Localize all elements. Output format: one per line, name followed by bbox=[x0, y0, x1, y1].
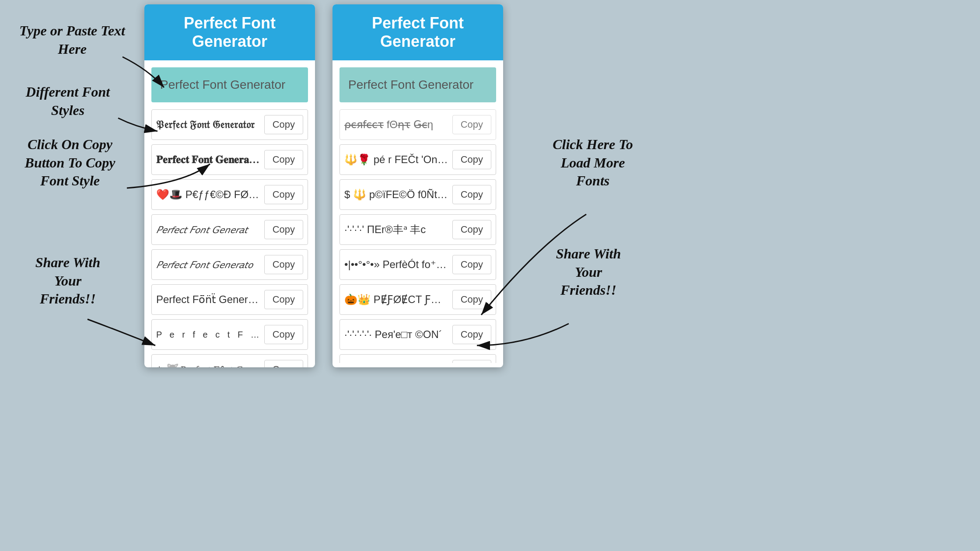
font-row-5: 𝘗𝘦𝘳𝘧𝘦𝘤𝘵 𝘍𝘰𝘯𝘵 𝘎𝘦𝘯𝘦𝘳𝘢𝘵𝘰 Copy bbox=[151, 249, 308, 280]
right-font-text-6: ·'·'·'·'·'· Pея'e□т ©ON´ bbox=[344, 328, 449, 341]
font-row-7: P e r f e c t F o n t Copy bbox=[151, 319, 308, 350]
copy-btn-1[interactable]: Copy bbox=[264, 115, 303, 134]
right-font-text-1: 🔱🌹 pé r FEČt 'Ont gEN bbox=[344, 153, 449, 166]
font-text-5: 𝘗𝘦𝘳𝘧𝘦𝘤𝘵 𝘍𝘰𝘯𝘵 𝘎𝘦𝘯𝘦𝘳𝘢𝘵𝘰 bbox=[156, 259, 261, 271]
font-text-8: * 🐺 Perfect Fônt Ger bbox=[156, 363, 261, 367]
right-copy-btn-7[interactable]: Copy bbox=[452, 360, 491, 363]
font-row-2: 𝐏𝐞𝐫𝐟𝐞𝐜𝐭 𝐅𝐨𝐧𝐭 𝐆𝐞𝐧𝐞𝐫𝐚𝐭𝐨𝐫 Copy bbox=[151, 144, 308, 175]
font-row-8: * 🐺 Perfect Fônt Ger Copy bbox=[151, 354, 308, 367]
right-copy-btn-2[interactable]: Copy bbox=[452, 185, 491, 204]
right-font-row-5: 🎃👑 PɆƑØɆCT ƑÕÑT g Copy bbox=[340, 284, 496, 315]
copy-btn-7[interactable]: Copy bbox=[264, 325, 303, 344]
text-input-right[interactable] bbox=[340, 67, 496, 102]
right-font-text-3: ·'·'·'·' ΠΕr®丰ᵃ 丰c bbox=[344, 223, 449, 237]
right-font-row-3: ·'·'·'·' ΠΕr®丰ᵃ 丰c Copy bbox=[340, 214, 496, 245]
right-font-text-2: $ 🔱 p©ïFE©Ö f0Ñt ¿尽| bbox=[344, 188, 449, 202]
right-font-row-6: ·'·'·'·'·'· Pея'e□т ©ON´ Copy bbox=[340, 319, 496, 350]
left-font-list: 𝔓𝔢𝔯𝔣𝔢𝔠𝔱 𝔉𝔬𝔫𝔱 𝔊𝔢𝔫𝔢𝔯𝔞𝔱𝔬𝔯 Copy 𝐏𝐞𝐫𝐟𝐞𝐜𝐭 𝐅𝐨𝐧𝐭… bbox=[144, 109, 315, 367]
annotation-share-right: Share WithYourFriends!! bbox=[529, 245, 648, 300]
annotation-share-left: Share WithYourFriends!! bbox=[13, 254, 122, 308]
copy-btn-2[interactable]: Copy bbox=[264, 150, 303, 169]
right-font-list: ρ̶є̶я̶f̶є̶c̶τ̶ fΘη̶τ̶ G̶є̶η Copy 🔱🌹 pé r… bbox=[332, 109, 503, 363]
right-copy-btn-0[interactable]: Copy bbox=[452, 115, 491, 134]
font-row-1: 𝔓𝔢𝔯𝔣𝔢𝔠𝔱 𝔉𝔬𝔫𝔱 𝔊𝔢𝔫𝔢𝔯𝔞𝔱𝔬𝔯 Copy bbox=[151, 109, 308, 140]
annotation-copy: Click On CopyButton To CopyFont Style bbox=[4, 136, 136, 190]
right-phone: Perfect Font Generator ρ̶є̶я̶f̶є̶c̶τ̶ fΘ… bbox=[332, 4, 503, 367]
annotation-font-styles: Different FontStyles bbox=[9, 83, 127, 119]
copy-btn-5[interactable]: Copy bbox=[264, 255, 303, 274]
right-copy-btn-5[interactable]: Copy bbox=[452, 290, 491, 309]
copy-btn-3[interactable]: Copy bbox=[264, 185, 303, 204]
right-copy-btn-3[interactable]: Copy bbox=[452, 220, 491, 239]
right-font-text-0: ρ̶є̶я̶f̶є̶c̶τ̶ fΘη̶τ̶ G̶є̶η bbox=[344, 119, 449, 131]
font-text-1: 𝔓𝔢𝔯𝔣𝔢𝔠𝔱 𝔉𝔬𝔫𝔱 𝔊𝔢𝔫𝔢𝔯𝔞𝔱𝔬𝔯 bbox=[156, 119, 261, 131]
font-text-3: ❤️🎩 P€ƒƒ€©Ð FØnÔ gẼ bbox=[156, 188, 261, 201]
right-font-row-2: $ 🔱 p©ïFE©Ö f0Ñt ¿尽| Copy bbox=[340, 179, 496, 210]
left-phone: Perfect Font Generator 𝔓𝔢𝔯𝔣𝔢𝔠𝔱 𝔉𝔬𝔫𝔱 𝔊𝔢𝔫𝔢… bbox=[144, 4, 315, 367]
right-font-row-7: ▌▌█▌▌▌▌ 🎀 Perfec Copy bbox=[340, 354, 496, 363]
right-title: Perfect Font Generator bbox=[372, 14, 464, 50]
left-header: Perfect Font Generator bbox=[144, 4, 315, 60]
text-input[interactable] bbox=[151, 67, 308, 102]
annotation-type-paste: Type or Paste TextHere bbox=[13, 22, 131, 58]
right-font-row-1: 🔱🌹 pé r FEČt 'Ont gEN Copy bbox=[340, 144, 496, 175]
font-text-7: P e r f e c t F o n t bbox=[156, 330, 261, 340]
right-font-row-4: •|••°•°•» PerfèÓt fo⁺ ge© Copy bbox=[340, 249, 496, 280]
left-title: Perfect Font Generator bbox=[184, 14, 276, 50]
copy-btn-4[interactable]: Copy bbox=[264, 220, 303, 239]
right-copy-btn-4[interactable]: Copy bbox=[452, 255, 491, 274]
copy-btn-6[interactable]: Copy bbox=[264, 290, 303, 309]
right-copy-btn-1[interactable]: Copy bbox=[452, 150, 491, 169]
font-row-3: ❤️🎩 P€ƒƒ€©Ð FØnÔ gẼ Copy bbox=[151, 179, 308, 210]
right-font-text-5: 🎃👑 PɆƑØɆCT ƑÕÑT g bbox=[344, 293, 449, 306]
right-header: Perfect Font Generator bbox=[332, 4, 503, 60]
right-font-row-0: ρ̶є̶я̶f̶є̶c̶τ̶ fΘη̶τ̶ G̶є̶η Copy bbox=[340, 109, 496, 140]
font-row-4: 𝘗𝘦𝘳𝘧𝘦𝘤𝘵 𝘍𝘰𝘯𝘵 𝘎𝘦𝘯𝘦𝘳𝘢𝘵 Copy bbox=[151, 214, 308, 245]
font-text-2: 𝐏𝐞𝐫𝐟𝐞𝐜𝐭 𝐅𝐨𝐧𝐭 𝐆𝐞𝐧𝐞𝐫𝐚𝐭𝐨𝐫 bbox=[156, 154, 261, 166]
copy-btn-8[interactable]: Copy bbox=[264, 360, 303, 367]
font-text-4: 𝘗𝘦𝘳𝘧𝘦𝘤𝘵 𝘍𝘰𝘯𝘵 𝘎𝘦𝘯𝘦𝘳𝘢𝘵 bbox=[156, 224, 261, 236]
right-copy-btn-6[interactable]: Copy bbox=[452, 325, 491, 344]
font-row-6: Perfect Fö̈n̈ẗ Generator Copy bbox=[151, 284, 308, 315]
annotation-load-more: Click Here ToLoad MoreFonts bbox=[529, 136, 656, 190]
right-font-text-4: •|••°•°•» PerfèÓt fo⁺ ge© bbox=[344, 258, 449, 271]
font-text-6: Perfect Fö̈n̈ẗ Generator bbox=[156, 293, 261, 306]
